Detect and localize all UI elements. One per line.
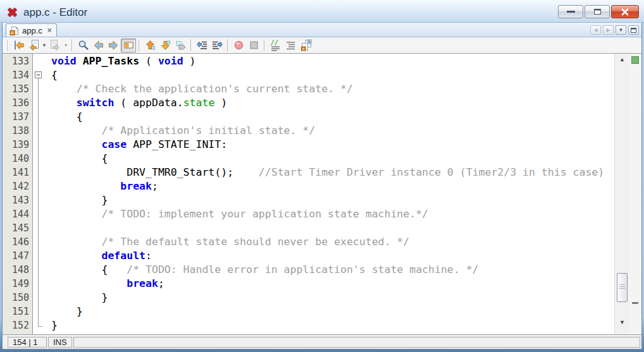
code-text[interactable]: { /* TODO: Handle error in application's… <box>51 263 479 277</box>
next-bookmark-button[interactable] <box>158 39 173 52</box>
svg-text:c: c <box>302 47 304 51</box>
chevron-left-icon: ◀ <box>593 27 597 33</box>
caret-position-marker[interactable] <box>632 302 638 304</box>
toggle-bookmark-button[interactable] <box>173 39 188 52</box>
back-button[interactable] <box>26 39 41 52</box>
code-line: 147 default: <box>3 249 614 263</box>
stop-macro-recording-button[interactable] <box>246 39 261 52</box>
line-number[interactable]: 148 <box>3 263 33 277</box>
line-number[interactable]: 151 <box>3 305 33 319</box>
shift-line-right-button[interactable] <box>209 39 225 52</box>
previous-bookmark-button[interactable] <box>142 39 158 52</box>
code-text[interactable]: DRV_TMR0_Start(); //Start Timer Driver i… <box>51 166 604 179</box>
line-number[interactable]: 150 <box>3 291 33 305</box>
line-number[interactable]: 139 <box>3 138 33 152</box>
scroll-up-arrow-icon[interactable]: ▲ <box>615 56 629 63</box>
code-text[interactable]: switch ( appData.state ) <box>51 96 227 110</box>
maximize-view-icon <box>631 28 636 33</box>
code-text[interactable]: } <box>51 319 58 332</box>
code-line: 144 /* TODO: implement your application … <box>3 207 614 221</box>
shift-line-left-button[interactable] <box>194 39 209 52</box>
no-errors-badge <box>631 56 639 64</box>
line-number[interactable]: 134 <box>3 68 33 82</box>
close-button[interactable] <box>611 5 639 18</box>
record-icon <box>233 39 245 51</box>
fold-toggle[interactable] <box>33 68 51 82</box>
collapse-fold-icon[interactable] <box>35 71 42 78</box>
code-line: 152} <box>3 319 614 332</box>
toolbar-separator <box>71 39 73 51</box>
comment-button[interactable]: // <box>268 39 283 52</box>
line-number[interactable]: 149 <box>3 277 33 291</box>
line-number[interactable]: 135 <box>3 82 33 96</box>
code-text[interactable]: case APP_STATE_INIT: <box>51 138 227 152</box>
find-previous-occurrence-button[interactable] <box>90 39 106 52</box>
last-edit-icon <box>13 39 25 51</box>
uncomment-button[interactable] <box>283 39 298 52</box>
toggle-header-source-button[interactable]: hc <box>298 39 313 52</box>
find-selection-button[interactable] <box>75 39 90 52</box>
line-number[interactable]: 137 <box>3 110 33 124</box>
maximize-button[interactable] <box>585 5 610 18</box>
start-macro-recording-button[interactable] <box>231 39 246 52</box>
toolbar-grip[interactable] <box>6 40 8 51</box>
line-number[interactable]: 147 <box>3 249 33 263</box>
scroll-tabs-right-button[interactable]: ▶ <box>603 25 614 35</box>
line-number[interactable]: 141 <box>3 166 33 179</box>
code-text[interactable]: { <box>51 152 108 166</box>
line-number[interactable]: 140 <box>3 152 33 166</box>
fold-margin <box>33 124 51 138</box>
code-text[interactable]: } <box>51 305 83 319</box>
line-number[interactable]: 142 <box>3 179 33 193</box>
code-text[interactable]: /* TODO: implement your application stat… <box>51 207 428 221</box>
code-text[interactable]: default: <box>51 249 152 263</box>
minimize-icon <box>567 11 575 13</box>
line-number[interactable]: 146 <box>3 235 33 249</box>
code-text[interactable]: break; <box>51 179 158 193</box>
chevron-right-icon: ▶ <box>606 27 610 33</box>
shift-right-icon <box>211 39 223 51</box>
toolbar-separator <box>190 39 192 51</box>
tab-close-icon[interactable]: × <box>47 26 52 35</box>
insert-mode-indicator[interactable]: INS <box>48 337 72 348</box>
line-number[interactable]: 138 <box>3 124 33 138</box>
code-area[interactable]: 133void APP_Tasks ( void )134{135 /* Che… <box>3 54 614 334</box>
scroll-down-arrow-icon[interactable]: ▼ <box>615 319 629 325</box>
vertical-scrollbar[interactable]: ▲ ▼ <box>614 54 629 334</box>
code-text[interactable]: } <box>51 193 108 207</box>
code-text[interactable]: /* Application's initial state. */ <box>51 124 315 138</box>
scroll-tabs-left-button[interactable]: ◀ <box>590 25 601 35</box>
code-line: 138 /* Application's initial state. */ <box>3 124 614 138</box>
forward-dropdown-caret-icon[interactable]: ▾ <box>63 39 69 52</box>
forward-button <box>47 39 63 52</box>
code-text[interactable]: } <box>51 291 108 305</box>
bm-down-icon <box>159 39 171 51</box>
code-text[interactable]: { <box>51 110 83 124</box>
line-number[interactable]: 145 <box>3 221 33 235</box>
scrollbar-thumb[interactable] <box>617 273 628 302</box>
find-next-occurrence-button[interactable] <box>106 39 121 52</box>
code-text[interactable]: void APP_Tasks ( void ) <box>51 54 196 68</box>
minimize-button[interactable] <box>558 5 583 18</box>
maximize-view-button[interactable] <box>628 25 639 35</box>
code-text[interactable]: /* The default state should never be exe… <box>51 235 409 249</box>
code-text[interactable]: /* Check the application's current state… <box>51 82 353 96</box>
line-number[interactable]: 133 <box>3 54 33 68</box>
fold-margin <box>33 277 51 291</box>
line-number[interactable]: 152 <box>3 319 33 332</box>
code-text[interactable]: break; <box>51 277 164 291</box>
line-number[interactable]: 136 <box>3 96 33 110</box>
tab-list-dropdown-button[interactable]: ▼ <box>616 25 626 35</box>
title-bar[interactable]: app.c - Editor <box>0 0 644 23</box>
toolbar-separator <box>227 39 228 51</box>
back-dropdown-caret-icon[interactable]: ▾ <box>41 39 47 52</box>
svg-text:h: h <box>308 40 310 44</box>
error-stripe <box>629 54 641 334</box>
toggle-highlight-search-button[interactable] <box>121 39 136 52</box>
line-number[interactable]: 143 <box>3 193 33 207</box>
last-edit-location-button[interactable] <box>11 39 26 52</box>
tab-app-c[interactable]: c app.c × <box>6 23 57 37</box>
line-number[interactable]: 144 <box>3 207 33 221</box>
code-text[interactable]: { <box>51 68 58 82</box>
code-text[interactable] <box>51 221 51 235</box>
